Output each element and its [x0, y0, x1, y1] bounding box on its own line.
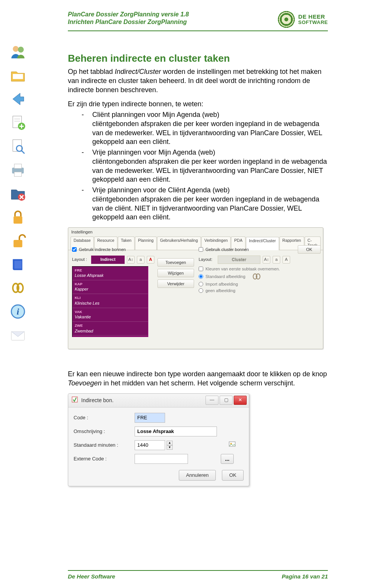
indirecte-bon-dialog: Indirecte bon. — ▢ ✕ Code : Omschrijving… [68, 393, 249, 486]
lock-closed-icon[interactable] [7, 206, 29, 228]
folder-icon[interactable] [7, 65, 29, 86]
footer-left: De Heer Software [68, 573, 115, 580]
search-document-icon[interactable] [7, 136, 29, 157]
checkbox-indirect[interactable]: Gebruik indirecte bonnen [72, 247, 154, 252]
page-footer: De Heer Software Pagina 16 van 21 [68, 570, 328, 580]
font-larger-icon[interactable]: A↕ [263, 256, 270, 264]
content: Beheren indirecte en cluster taken Op he… [68, 53, 328, 486]
list-item[interactable]: ZWE Zwembad [72, 322, 148, 336]
radio-import-img[interactable]: Import afbeelding [199, 281, 290, 287]
step-up-icon[interactable]: ▲ [167, 441, 173, 445]
radio-no-img[interactable]: geen afbeelding [199, 288, 290, 294]
compass-icon [278, 11, 295, 28]
delete-folder-icon[interactable] [7, 183, 29, 204]
minuten-stepper[interactable]: ▲ ▼ [167, 441, 173, 450]
font-color-icon[interactable]: a [273, 256, 280, 264]
layout-label-right: Layout: [199, 257, 215, 262]
settings-title: Instellingen [68, 228, 323, 236]
header-line1: PlanCare Dossier ZorgPlanning versie 1.8 [68, 11, 189, 18]
svg-rect-2 [13, 74, 23, 79]
list-item[interactable]: FRE Losse Afspraak [72, 267, 148, 280]
types-intro: Er zijn drie typen indirecte bonnen, te … [68, 100, 328, 109]
close-button[interactable]: ✕ [234, 396, 247, 405]
list-item[interactable]: VAK Vakantie [72, 308, 148, 322]
label-code: Code : [74, 414, 131, 421]
info-icon[interactable]: i [7, 301, 29, 322]
chain-icon [252, 272, 262, 281]
layout-bar-cluster: Cluster [218, 256, 260, 264]
add-button[interactable]: Toevoegen [157, 258, 194, 267]
chain-icon[interactable] [7, 277, 29, 299]
page-title: Beheren indirecte en cluster taken [68, 53, 328, 64]
footer-right: Pagina 16 van 21 [282, 573, 328, 580]
dialog-intro: Er kan een nieuwe indirecte bon type wor… [68, 370, 328, 388]
step-down-icon[interactable]: ▼ [167, 445, 173, 450]
maximize-button[interactable]: ▢ [220, 396, 233, 405]
code-input[interactable] [135, 413, 165, 423]
arrow-left-icon[interactable] [7, 88, 29, 110]
minuten-input[interactable] [135, 440, 165, 450]
ok-button[interactable]: OK [298, 245, 321, 254]
font-style-icon[interactable]: A [147, 256, 154, 264]
brand-top: DE HEER [298, 14, 328, 20]
font-larger-icon[interactable]: A↕ [127, 256, 135, 264]
list-item: Vrije planningen voor Mijn Agenda (web) … [82, 148, 328, 184]
image-icon[interactable] [221, 441, 244, 449]
checkbox-cluster[interactable]: Gebruik cluster bonnen [199, 247, 290, 252]
intro-paragraph: Op het tabblad Indirect/Cluster worden d… [68, 67, 328, 94]
indirect-list[interactable]: FRE Losse Afspraak KAP Kapper KLI Klinis… [72, 266, 148, 337]
layout-label-left: Layout : [72, 257, 89, 262]
font-style-icon[interactable]: A [283, 256, 290, 264]
list-item: Vrije planningen voor de Cliënt Agenda (… [82, 186, 328, 222]
list-item[interactable]: KAP Kapper [72, 280, 148, 294]
brand-logo: DE HEER SOFTWARE [278, 11, 328, 28]
font-color-icon[interactable]: a [137, 256, 144, 264]
app-icon [71, 396, 78, 404]
svg-line-9 [22, 151, 25, 154]
printer-icon[interactable] [7, 159, 29, 181]
svg-point-1 [18, 47, 24, 53]
svg-rect-15 [14, 240, 22, 247]
book-icon[interactable] [7, 254, 29, 275]
label-omschrijving: Omschrijving : [74, 428, 131, 435]
ok-button[interactable]: OK [222, 470, 244, 481]
list-item: Cliënt planningen voor Mijn Agenda (web)… [82, 110, 328, 147]
cancel-button[interactable]: Annuleren [179, 470, 216, 481]
sidebar: i [5, 41, 30, 346]
lock-open-icon[interactable] [7, 230, 29, 251]
dialog-title: Indirecte bon. [81, 397, 114, 404]
delete-button[interactable]: Verwijder [157, 280, 194, 288]
mail-icon[interactable] [7, 324, 29, 346]
svg-rect-16 [14, 260, 21, 268]
layout-bar-indirect: Indirect [91, 256, 125, 264]
page-header: PlanCare Dossier ZorgPlanning versie 1.8… [68, 11, 328, 31]
svg-rect-14 [14, 216, 22, 224]
label-externe-code: Externe Code : [74, 455, 131, 462]
brand-sub: SOFTWARE [298, 20, 328, 25]
svg-rect-11 [14, 164, 21, 169]
minimize-button[interactable]: — [205, 396, 218, 405]
new-document-icon[interactable] [7, 112, 29, 133]
label-minuten: Standaard minuten : [74, 442, 131, 448]
edit-button[interactable]: Wijzigen [157, 269, 194, 277]
radio-std-img[interactable]: Standaard afbeelding [199, 272, 290, 281]
checkbox-kleuren[interactable]: Kleuren van eerste subtaak overnemen. [199, 266, 290, 272]
externe-code-input[interactable] [135, 454, 188, 464]
svg-point-0 [13, 46, 19, 52]
svg-text:i: i [17, 307, 19, 316]
types-list: Cliënt planningen voor Mijn Agenda (web)… [82, 110, 328, 222]
people-icon[interactable] [7, 41, 29, 62]
header-line2: Inrichten PlanCare Dossier ZorgPlanning [68, 18, 189, 26]
svg-rect-12 [14, 172, 21, 177]
omschrijving-input[interactable] [135, 427, 217, 436]
settings-window: Instellingen Database Resource Taken Pla… [68, 227, 323, 349]
browse-button[interactable]: ... [221, 454, 234, 464]
list-item[interactable]: KLI Klinische Les [72, 294, 148, 308]
